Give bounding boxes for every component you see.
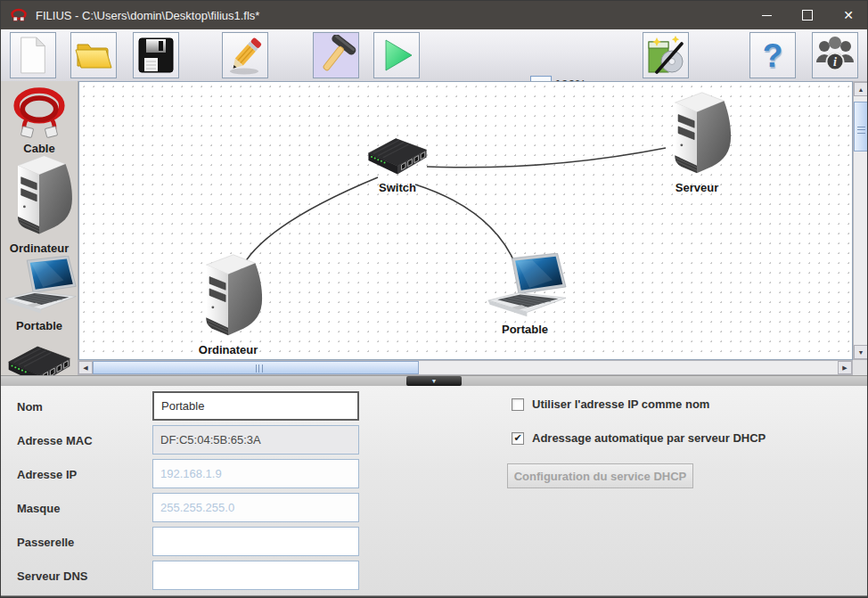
- new-file-icon: [16, 35, 50, 76]
- titlebar: FILIUS - C:\Users\domin\Desktop\filius1.…: [1, 1, 868, 29]
- dhcp-auto-label: Adressage automatique par serveur DHCP: [532, 431, 766, 445]
- close-icon: ✕: [843, 8, 854, 22]
- wizard-button[interactable]: [643, 32, 689, 78]
- info-people-icon: i: [815, 36, 856, 75]
- passerelle-label: Passerelle: [17, 536, 74, 549]
- masque-label: Masque: [17, 502, 60, 515]
- open-folder-icon: [74, 37, 113, 73]
- minimize-icon: [762, 15, 772, 16]
- node-switch[interactable]: Switch: [363, 135, 432, 194]
- filius-window: FILIUS - C:\Users\domin\Desktop\filius1.…: [0, 0, 868, 598]
- laptop-icon: [1, 256, 78, 315]
- config-panel: Nom Adresse MAC Adresse IP Masque Passer…: [1, 386, 868, 595]
- checkmark-icon: ✔: [513, 432, 521, 444]
- node-ordinateur[interactable]: Ordinateur: [192, 251, 265, 356]
- horizontal-scrollbar: ◀ ▶: [78, 360, 853, 375]
- use-ip-as-name-row: Utiliser l'adresse IP comme nom: [512, 397, 709, 411]
- adresse-mac-label: Adresse MAC: [17, 434, 93, 447]
- svg-text:i: i: [833, 55, 837, 69]
- serveur-dns-input[interactable]: [152, 561, 359, 590]
- use-ip-as-name-checkbox[interactable]: [512, 398, 524, 411]
- scroll-left-button[interactable]: ◀: [78, 361, 93, 374]
- network-canvas[interactable]: Switch Serveur Ordinateur Portable: [78, 81, 853, 360]
- play-icon: [377, 36, 416, 75]
- thumb-grip: [857, 127, 865, 134]
- toolbar: 100% ? i: [1, 29, 868, 82]
- computer-icon: [4, 152, 74, 238]
- use-ip-as-name-label: Utiliser l'adresse IP comme nom: [532, 397, 709, 411]
- scroll-right-button[interactable]: ▶: [838, 361, 852, 374]
- node-serveur[interactable]: Serveur: [660, 89, 733, 194]
- passerelle-input[interactable]: [152, 527, 359, 556]
- dhcp-config-button: Configuration du service DHCP: [507, 463, 693, 488]
- minimize-button[interactable]: [746, 1, 787, 29]
- palette-item-label: Ordinateur: [1, 242, 78, 255]
- vertical-scrollbar-thumb[interactable]: [854, 102, 868, 152]
- masque-input: [152, 493, 359, 522]
- scroll-down-button[interactable]: ▼: [854, 345, 868, 359]
- collapse-panel-button[interactable]: ▼: [406, 376, 462, 386]
- help-button[interactable]: ?: [749, 32, 796, 78]
- help-icon: ?: [763, 39, 783, 72]
- vertical-scrollbar: ▲ ▼: [853, 81, 868, 360]
- split-divider[interactable]: ▼: [1, 375, 868, 386]
- app-cable-icon: [10, 8, 28, 22]
- palette-item-switch[interactable]: [1, 343, 78, 375]
- wizard-icon: [646, 35, 685, 76]
- cable-icon: [8, 85, 70, 138]
- adresse-mac-input: [152, 425, 359, 455]
- hammer-icon: [315, 35, 356, 76]
- scroll-up-icon: ▲: [858, 86, 864, 93]
- scrollbar-corner: [853, 360, 868, 375]
- design-mode-button[interactable]: [222, 32, 268, 78]
- horizontal-scrollbar-thumb[interactable]: [93, 361, 419, 374]
- palette-item-portable[interactable]: Portable: [1, 256, 78, 332]
- node-label: Serveur: [660, 181, 733, 194]
- open-file-button[interactable]: [70, 32, 117, 78]
- palette-item-label: Portable: [1, 319, 78, 332]
- server-icon: [661, 89, 733, 177]
- adresse-ip-input: [152, 459, 359, 488]
- scroll-up-button[interactable]: ▲: [854, 82, 868, 96]
- palette-item-ordinateur[interactable]: Ordinateur: [1, 152, 78, 255]
- thumb-grip: [256, 365, 263, 373]
- chevron-down-icon: ▼: [431, 378, 438, 384]
- new-file-button[interactable]: [10, 32, 56, 78]
- pencil-icon: [225, 35, 266, 76]
- info-button[interactable]: i: [812, 32, 858, 78]
- dhcp-auto-row: ✔ Adressage automatique par serveur DHCP: [512, 431, 766, 445]
- adresse-ip-label: Adresse IP: [17, 468, 77, 481]
- scroll-right-icon: ▶: [842, 365, 847, 372]
- switch-icon: [364, 135, 431, 177]
- palette-item-cable[interactable]: Cable: [1, 85, 78, 155]
- node-label: Ordinateur: [192, 343, 265, 356]
- cable-switch-serveur[interactable]: [427, 148, 666, 168]
- save-icon: [137, 37, 175, 74]
- start-simulation-button[interactable]: [373, 32, 420, 78]
- switch-icon: [4, 343, 75, 375]
- component-palette: Cable Ordinateur Portable: [1, 81, 78, 375]
- computer-icon: [192, 251, 264, 340]
- node-portable[interactable]: Portable: [482, 253, 568, 336]
- maximize-button[interactable]: [787, 1, 828, 29]
- node-label: Switch: [363, 181, 432, 194]
- node-label: Portable: [482, 323, 568, 336]
- dhcp-auto-checkbox[interactable]: ✔: [512, 432, 524, 445]
- close-button[interactable]: ✕: [828, 1, 868, 29]
- nom-label: Nom: [17, 400, 43, 414]
- laptop-icon: [483, 253, 568, 319]
- save-button[interactable]: [133, 32, 179, 78]
- nom-input[interactable]: [152, 391, 359, 421]
- maximize-icon: [802, 10, 813, 20]
- hardware-mode-button[interactable]: [313, 32, 359, 78]
- serveur-dns-label: Serveur DNS: [17, 569, 87, 583]
- window-title: FILIUS - C:\Users\domin\Desktop\filius1.…: [36, 9, 259, 22]
- scroll-left-icon: ◀: [83, 365, 87, 372]
- scroll-down-icon: ▼: [858, 349, 864, 356]
